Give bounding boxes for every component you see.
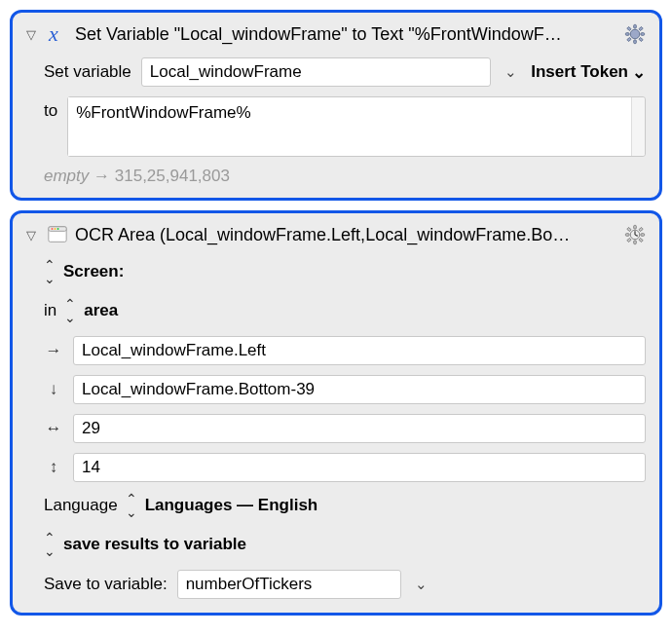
chevron-down-icon: ⌄ bbox=[632, 62, 646, 83]
to-value-input[interactable]: %FrontWindowFrame% bbox=[68, 97, 631, 156]
in-label: in bbox=[44, 301, 56, 320]
language-stepper[interactable]: ⌃⌄ bbox=[126, 492, 137, 519]
to-label: to bbox=[44, 96, 57, 121]
area-label: area bbox=[84, 301, 118, 320]
svg-rect-19 bbox=[641, 234, 645, 237]
svg-rect-20 bbox=[627, 227, 631, 231]
gear-timer-icon[interactable] bbox=[624, 224, 646, 245]
action-header: ▽ OCR Area (Local_windowFrame.Left,Local… bbox=[26, 223, 646, 246]
screen-label: Screen: bbox=[63, 262, 124, 281]
empty-label: empty bbox=[44, 167, 89, 185]
svg-rect-6 bbox=[627, 26, 631, 30]
width-icon: ↔ bbox=[44, 419, 63, 438]
variable-icon: x bbox=[46, 22, 69, 46]
arrow-right-icon: → bbox=[44, 341, 63, 360]
language-label: Language bbox=[44, 496, 118, 515]
coord-width-row: ↔ bbox=[44, 414, 646, 443]
svg-rect-8 bbox=[627, 37, 631, 41]
svg-rect-21 bbox=[639, 238, 643, 242]
save-results-label: save results to variable bbox=[63, 535, 246, 554]
variable-row: Set variable ⌄ Insert Token ⌄ bbox=[44, 57, 646, 87]
insert-token-button[interactable]: Insert Token ⌄ bbox=[531, 62, 646, 83]
save-results-stepper[interactable]: ⌃⌄ bbox=[44, 531, 56, 558]
svg-rect-18 bbox=[625, 234, 629, 237]
svg-point-14 bbox=[57, 228, 59, 230]
svg-rect-17 bbox=[634, 241, 637, 244]
window-icon bbox=[46, 223, 69, 246]
area-stepper[interactable]: ⌃⌄ bbox=[64, 297, 76, 324]
coord-height-row: ↕ bbox=[44, 453, 646, 482]
coord-top-row: ↓ bbox=[44, 375, 646, 404]
svg-rect-22 bbox=[627, 238, 631, 242]
save-results-row: ⌃⌄ save results to variable bbox=[44, 531, 646, 558]
insert-token-label: Insert Token bbox=[531, 62, 628, 82]
result-preview: empty → 315,25,941,803 bbox=[44, 167, 646, 186]
arrow-down-icon: ↓ bbox=[44, 380, 63, 399]
variable-name-input[interactable] bbox=[141, 57, 491, 87]
svg-rect-5 bbox=[641, 33, 645, 36]
svg-point-1 bbox=[630, 29, 640, 39]
height-icon: ↕ bbox=[44, 458, 63, 477]
variable-dropdown[interactable]: ⌄ bbox=[501, 63, 521, 81]
in-area-row: in ⌃⌄ area bbox=[44, 297, 646, 324]
svg-rect-4 bbox=[625, 33, 629, 36]
arrow-icon: → bbox=[93, 167, 110, 185]
save-to-label: Save to variable: bbox=[44, 575, 168, 594]
svg-rect-16 bbox=[634, 225, 637, 229]
coord-left-row: → bbox=[44, 336, 646, 365]
to-value-wrap: %FrontWindowFrame% bbox=[67, 96, 646, 157]
disclosure-triangle[interactable]: ▽ bbox=[26, 27, 40, 42]
save-to-input[interactable] bbox=[177, 570, 401, 599]
scrollbar[interactable] bbox=[631, 97, 645, 156]
svg-rect-7 bbox=[639, 37, 643, 41]
coord-height-input[interactable] bbox=[73, 453, 646, 482]
svg-point-13 bbox=[55, 228, 56, 230]
disclosure-triangle[interactable]: ▽ bbox=[26, 228, 40, 243]
action-ocr-area: ▽ OCR Area (Local_windowFrame.Left,Local… bbox=[10, 210, 662, 616]
coord-left-input[interactable] bbox=[73, 336, 646, 365]
screen-row: ⌃⌄ Screen: bbox=[44, 258, 646, 285]
result-value: 315,25,941,803 bbox=[115, 167, 230, 185]
action-header: ▽ x Set Variable "Local_windowFrame" to … bbox=[26, 22, 646, 46]
gear-icon[interactable] bbox=[624, 23, 646, 45]
language-row: Language ⌃⌄ Languages — English bbox=[44, 492, 646, 519]
languages-value: Languages — English bbox=[145, 496, 318, 515]
set-variable-label: Set variable bbox=[44, 62, 131, 82]
save-to-row: Save to variable: ⌄ bbox=[44, 570, 646, 599]
action-set-variable: ▽ x Set Variable "Local_windowFrame" to … bbox=[10, 10, 662, 201]
save-to-dropdown[interactable]: ⌄ bbox=[411, 576, 431, 593]
to-row: to %FrontWindowFrame% bbox=[44, 96, 646, 157]
coord-width-input[interactable] bbox=[73, 414, 646, 443]
svg-text:x: x bbox=[48, 22, 58, 46]
svg-rect-9 bbox=[639, 26, 643, 30]
screen-stepper[interactable]: ⌃⌄ bbox=[44, 258, 56, 285]
action-title: Set Variable "Local_windowFrame" to Text… bbox=[75, 24, 618, 45]
svg-point-12 bbox=[51, 228, 53, 230]
svg-rect-3 bbox=[634, 40, 637, 44]
action-title: OCR Area (Local_windowFrame.Left,Local_w… bbox=[75, 225, 618, 245]
svg-rect-23 bbox=[639, 227, 643, 231]
svg-rect-2 bbox=[634, 24, 637, 28]
coord-top-input[interactable] bbox=[73, 375, 646, 404]
